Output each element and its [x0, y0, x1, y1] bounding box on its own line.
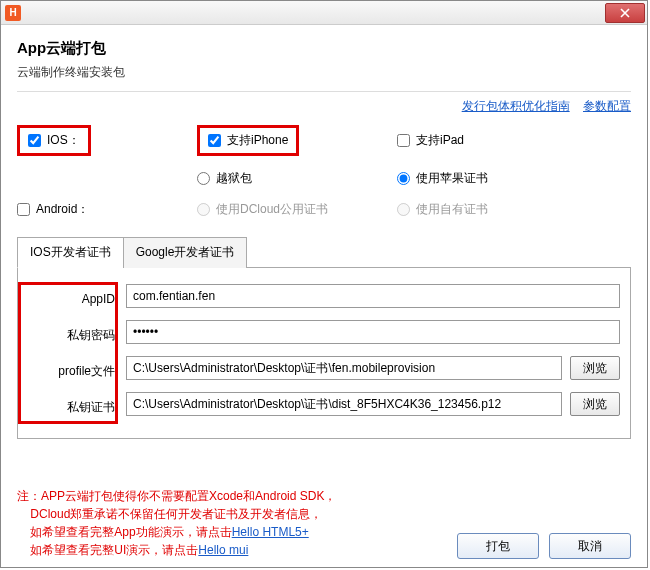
iphone-checkbox-highlight: 支持iPhone [197, 125, 299, 156]
top-links: 发行包体积优化指南 参数配置 [17, 98, 631, 115]
support-ipad-label: 支持iPad [416, 132, 464, 149]
cancel-button[interactable]: 取消 [549, 533, 631, 559]
profile-browse-button[interactable]: 浏览 [570, 356, 620, 380]
pwd-label: 私钥密码 [67, 327, 115, 344]
android-label: Android： [36, 201, 89, 218]
cert-input[interactable] [126, 392, 562, 416]
app-icon: H [5, 5, 21, 21]
form-labels-highlight: AppID 私钥密码 profile文件 私钥证书 [18, 282, 118, 424]
appid-input[interactable] [126, 284, 620, 308]
link-hello-html5[interactable]: Hello HTML5+ [232, 525, 309, 539]
support-iphone-checkbox[interactable] [208, 134, 221, 147]
link-size-guide[interactable]: 发行包体积优化指南 [462, 99, 570, 113]
dcloud-cert-radio [197, 203, 210, 216]
support-iphone-label: 支持iPhone [227, 132, 288, 149]
cert-label: 私钥证书 [67, 399, 115, 416]
jailbreak-label: 越狱包 [216, 170, 252, 187]
tab-panel-ios: AppID 私钥密码 profile文件 私钥证书 浏览 [17, 268, 631, 439]
page-subtitle: 云端制作终端安装包 [17, 64, 631, 81]
note-line1: APP云端打包使得你不需要配置Xcode和Android SDK， [41, 489, 336, 503]
page-title: App云端打包 [17, 39, 631, 58]
close-button[interactable] [605, 3, 645, 23]
appid-label: AppID [82, 292, 115, 306]
jailbreak-radio[interactable] [197, 172, 210, 185]
link-hello-mui[interactable]: Hello mui [198, 543, 248, 557]
profile-input[interactable] [126, 356, 562, 380]
options-grid: IOS： 支持iPhone 支持iPad 越狱包 使用苹果证书 [17, 125, 631, 218]
dcloud-cert-label: 使用DCloud公用证书 [216, 201, 328, 218]
cert-browse-button[interactable]: 浏览 [570, 392, 620, 416]
own-cert-label: 使用自有证书 [416, 201, 488, 218]
titlebar: H [1, 1, 647, 25]
note-line4a: 如希望查看完整UI演示，请点击 [30, 543, 198, 557]
android-checkbox[interactable] [17, 203, 30, 216]
ios-label: IOS： [47, 132, 80, 149]
note-line3a: 如希望查看完整App功能演示，请点击 [30, 525, 231, 539]
apple-cert-radio[interactable] [397, 172, 410, 185]
footer: 注：APP云端打包使得你不需要配置Xcode和Android SDK， DClo… [1, 487, 647, 559]
tabs: IOS开发者证书 Google开发者证书 [17, 236, 631, 268]
divider [17, 91, 631, 92]
tab-google-cert[interactable]: Google开发者证书 [123, 237, 248, 268]
ios-checkbox-highlight: IOS： [17, 125, 91, 156]
close-icon [620, 8, 630, 18]
note-prefix: 注： [17, 489, 41, 503]
pwd-input[interactable] [126, 320, 620, 344]
own-cert-radio [397, 203, 410, 216]
ios-checkbox[interactable] [28, 134, 41, 147]
pack-button[interactable]: 打包 [457, 533, 539, 559]
note-line2: DCloud郑重承诺不保留任何开发者证书及开发者信息， [30, 507, 322, 521]
support-ipad-checkbox[interactable] [397, 134, 410, 147]
apple-cert-label: 使用苹果证书 [416, 170, 488, 187]
footer-note: 注：APP云端打包使得你不需要配置Xcode和Android SDK， DClo… [17, 487, 336, 559]
link-param-config[interactable]: 参数配置 [583, 99, 631, 113]
tab-ios-cert[interactable]: IOS开发者证书 [17, 237, 124, 268]
profile-label: profile文件 [58, 363, 115, 380]
